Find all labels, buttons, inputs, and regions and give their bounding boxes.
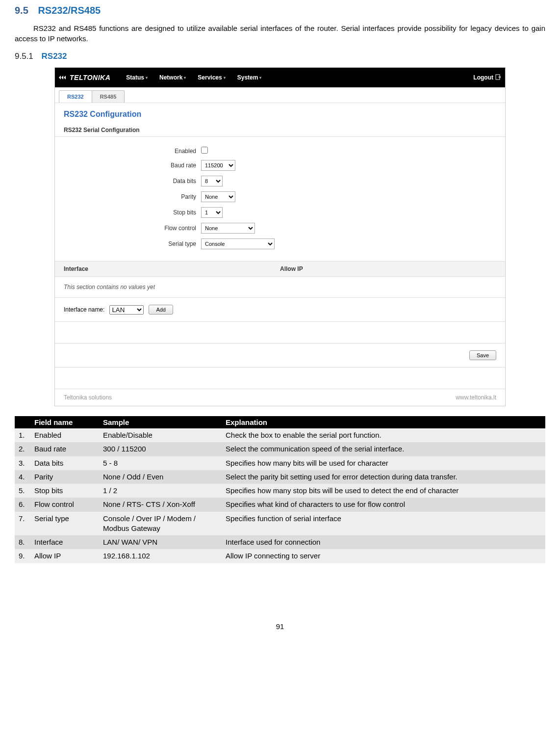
section-heading-9-5-1: 9.5.1 RS232	[15, 52, 545, 61]
intro-paragraph: RS232 and RS485 functions are designed t…	[15, 23, 545, 44]
table-row: 2.Baud rate300 / 115200Select the commun…	[15, 442, 545, 456]
config-form: Enabled Baud rate 115200 Data bits 8 Par…	[55, 137, 505, 261]
row-number: 7.	[15, 512, 30, 536]
databits-label: Data bits	[64, 178, 201, 185]
baud-label: Baud rate	[64, 162, 201, 169]
row-sample: 5 - 8	[99, 456, 222, 470]
page-title: RS232 Configuration	[55, 103, 505, 122]
interface-table-header: Interface Allow IP	[55, 261, 505, 277]
router-screenshot: TELTONIKA Status▾ Network▾ Services▾ Sys…	[54, 67, 506, 406]
row-sample: 300 / 115200	[99, 442, 222, 456]
add-button[interactable]: Add	[149, 305, 173, 315]
spacer-row-2	[55, 368, 505, 389]
row-fieldname: Baud rate	[30, 442, 99, 456]
table-row: 4.ParityNone / Odd / EvenSelect the pari…	[15, 470, 545, 484]
row-number: 1.	[15, 428, 30, 442]
row-fieldname: Interface	[30, 535, 99, 549]
row-fieldname: Data bits	[30, 456, 99, 470]
row-number: 5.	[15, 484, 30, 498]
allowip-col-header: Allow IP	[280, 265, 496, 272]
row-explanation: Check the box to enable the serial port …	[222, 428, 545, 442]
row-fieldname: Serial type	[30, 512, 99, 536]
row-sample: LAN/ WAN/ VPN	[99, 535, 222, 549]
row-number: 4.	[15, 470, 30, 484]
row-sample: 192.168.1.102	[99, 549, 222, 563]
stopbits-label: Stop bits	[64, 209, 201, 216]
row-fieldname: Enabled	[30, 428, 99, 442]
brand-logo: TELTONIKA	[59, 74, 110, 81]
serialtype-select[interactable]: Console	[201, 238, 275, 249]
iface-col-header: Interface	[64, 265, 280, 272]
row-sample: Console / Over IP / Modem / Modbus Gatew…	[99, 512, 222, 536]
parity-label: Parity	[64, 193, 201, 200]
add-interface-row: Interface name: LAN Add	[55, 298, 505, 322]
table-header-explanation: Explanation	[222, 416, 545, 428]
row-explanation: Specifies what kind of characters to use…	[222, 498, 545, 511]
nav-status[interactable]: Status▾	[121, 71, 153, 84]
row-fieldname: Stop bits	[30, 484, 99, 498]
tab-rs485[interactable]: RS485	[92, 90, 125, 103]
spacer-row	[55, 322, 505, 343]
section-heading-9-5: 9.5 RS232/RS485	[15, 5, 545, 16]
tab-rs232[interactable]: RS232	[59, 90, 92, 103]
row-explanation: Specifies how many stop bits will be use…	[222, 484, 545, 498]
nav-network[interactable]: Network▾	[154, 71, 191, 84]
flow-label: Flow control	[64, 225, 201, 232]
row-sample: Enable/Disable	[99, 428, 222, 442]
row-number: 8.	[15, 535, 30, 549]
table-row: 7.Serial typeConsole / Over IP / Modem /…	[15, 512, 545, 536]
table-row: 1.EnabledEnable/DisableCheck the box to …	[15, 428, 545, 442]
row-fieldname: Allow IP	[30, 549, 99, 563]
caret-down-icon: ▾	[259, 76, 261, 80]
nav-services[interactable]: Services▾	[193, 71, 230, 84]
row-sample: 1 / 2	[99, 484, 222, 498]
caret-down-icon: ▾	[224, 76, 226, 80]
row-fieldname: Flow control	[30, 498, 99, 511]
no-values-message: This section contains no values yet	[55, 277, 505, 298]
row-explanation: Specifies function of serial interface	[222, 512, 545, 536]
parity-select[interactable]: None	[201, 191, 235, 202]
row-explanation: Interface used for connection	[222, 535, 545, 549]
interface-name-select[interactable]: LAN	[109, 305, 144, 315]
row-explanation: Specifies how many bits will be used for…	[222, 456, 545, 470]
footer-right: www.teltonika.lt	[456, 394, 496, 401]
databits-select[interactable]: 8	[201, 176, 223, 186]
heading-text: RS232/RS485	[38, 5, 101, 16]
stopbits-select[interactable]: 1	[201, 207, 223, 218]
row-explanation: Allow IP connecting to server	[222, 549, 545, 563]
logo-icon	[59, 74, 68, 81]
table-row: 3.Data bits5 - 8Specifies how many bits …	[15, 456, 545, 470]
save-button[interactable]: Save	[469, 350, 496, 360]
page-number: 91	[15, 622, 545, 631]
logout-icon	[495, 74, 501, 81]
footer-left: Teltonika solutions	[64, 394, 112, 401]
logout-link[interactable]: Logout	[473, 74, 501, 81]
router-topbar: TELTONIKA Status▾ Network▾ Services▾ Sys…	[55, 68, 505, 87]
row-number: 2.	[15, 442, 30, 456]
heading-number: 9.5	[15, 5, 28, 16]
baud-select[interactable]: 115200	[201, 160, 235, 171]
enabled-checkbox[interactable]	[201, 147, 208, 154]
row-sample: None / Odd / Even	[99, 470, 222, 484]
enabled-label: Enabled	[64, 148, 201, 155]
row-fieldname: Parity	[30, 470, 99, 484]
caret-down-icon: ▾	[184, 76, 186, 80]
row-explanation: Select the communication speed of the se…	[222, 442, 545, 456]
table-row: 9.Allow IP192.168.1.102Allow IP connecti…	[15, 549, 545, 563]
nav-system[interactable]: System▾	[232, 71, 267, 84]
caret-down-icon: ▾	[146, 76, 148, 80]
tabs-row: RS232 RS485	[55, 87, 505, 103]
router-footer: Teltonika solutions www.teltonika.lt	[55, 389, 505, 406]
brand-text: TELTONIKA	[70, 74, 110, 81]
save-row: Save	[55, 343, 505, 368]
row-number: 6.	[15, 498, 30, 511]
serialtype-label: Serial type	[64, 240, 201, 247]
heading-text: RS232	[42, 52, 67, 61]
row-explanation: Select the parity bit setting used for e…	[222, 470, 545, 484]
table-row: 5.Stop bits1 / 2Specifies how many stop …	[15, 484, 545, 498]
flow-select[interactable]: None	[201, 223, 255, 234]
table-row: 8.InterfaceLAN/ WAN/ VPNInterface used f…	[15, 535, 545, 549]
table-header-blank	[15, 416, 30, 428]
table-header-field: Field name	[30, 416, 99, 428]
row-number: 9.	[15, 549, 30, 563]
